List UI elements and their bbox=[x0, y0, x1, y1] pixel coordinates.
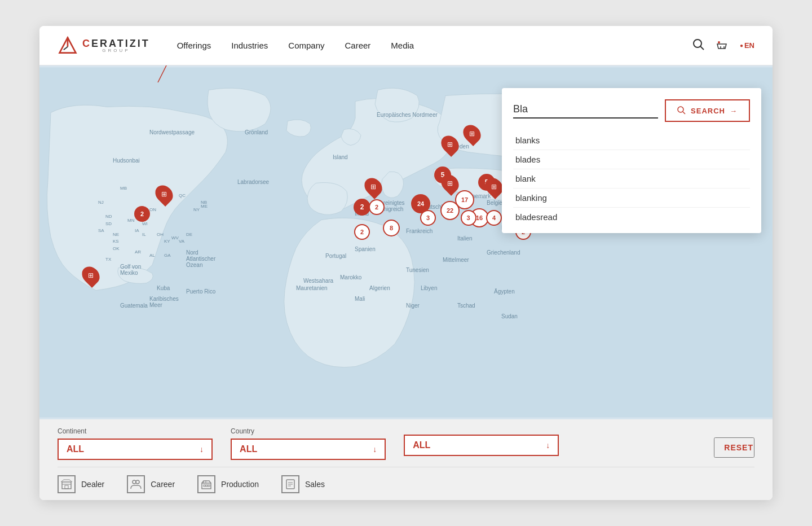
nav-company[interactable]: Company bbox=[288, 38, 324, 52]
map-area: Europäisches Nordmeer Nordwestpassage Gr… bbox=[39, 65, 773, 419]
legend-career-icon bbox=[127, 475, 145, 493]
country-label: Country bbox=[231, 427, 386, 435]
map-pin-scandinavia[interactable]: ⊞ bbox=[442, 135, 458, 154]
svg-point-5 bbox=[718, 41, 720, 43]
svg-line-2 bbox=[64, 46, 68, 49]
search-icon[interactable] bbox=[692, 38, 705, 53]
search-btn-icon bbox=[677, 106, 686, 115]
reset-button[interactable]: RESET bbox=[714, 437, 754, 458]
nav-industries[interactable]: Industries bbox=[231, 38, 268, 52]
map-pin-usa-east[interactable]: ⊞ bbox=[156, 185, 172, 204]
logo-area[interactable]: CERATIZIT GROUP bbox=[58, 36, 150, 56]
filters-row: Continent ALL ↓ Country ALL ↓ ALL bbox=[58, 419, 754, 467]
svg-rect-18 bbox=[206, 485, 208, 486]
legend-sales-label: Sales bbox=[305, 480, 325, 489]
country-arrow: ↓ bbox=[373, 445, 377, 454]
legend-dealer-icon bbox=[58, 475, 76, 493]
search-suggestions: blanks blades blank blanking bladesread bbox=[513, 131, 750, 226]
search-input[interactable] bbox=[513, 103, 658, 115]
suggestion-blanks[interactable]: blanks bbox=[513, 131, 750, 150]
search-button[interactable]: SEARCH → bbox=[665, 99, 750, 122]
country-select[interactable]: ALL ↓ bbox=[231, 439, 386, 460]
map-pin-belgium[interactable]: ⊞ bbox=[486, 177, 502, 196]
logo-icon bbox=[58, 36, 78, 56]
cluster-8[interactable]: 8 bbox=[383, 220, 400, 236]
map-pin-norway[interactable]: ⊞ bbox=[464, 124, 480, 143]
continent-arrow: ↓ bbox=[200, 445, 204, 454]
cluster-uk-2[interactable]: 2 bbox=[354, 199, 370, 216]
continent-value: ALL bbox=[67, 444, 84, 454]
svg-point-10 bbox=[678, 107, 683, 112]
map-pin-uk[interactable]: ⊞ bbox=[365, 177, 381, 196]
type-arrow: ↓ bbox=[546, 441, 550, 450]
header-actions: ● EN bbox=[692, 38, 754, 53]
page-container: CERATIZIT GROUP Offerings Industries Com… bbox=[39, 26, 773, 500]
filter-country: Country ALL ↓ bbox=[231, 427, 386, 460]
cluster-3-east[interactable]: 3 bbox=[461, 210, 476, 226]
legend-career: Career bbox=[127, 475, 175, 493]
logo-sub: GROUP bbox=[82, 49, 150, 53]
svg-line-11 bbox=[683, 112, 685, 114]
suggestion-blanking[interactable]: blanking bbox=[513, 189, 750, 208]
cluster-2-uk[interactable]: 2 bbox=[369, 199, 385, 215]
suggestion-blades[interactable]: blades bbox=[513, 150, 750, 169]
svg-point-3 bbox=[694, 40, 701, 47]
legend-sales: Sales bbox=[281, 475, 325, 493]
legend-dealer: Dealer bbox=[58, 475, 104, 493]
language-button[interactable]: ● EN bbox=[740, 41, 754, 50]
header: CERATIZIT GROUP Offerings Industries Com… bbox=[39, 26, 773, 65]
legend-row: Dealer Career bbox=[58, 467, 754, 500]
country-value: ALL bbox=[240, 444, 257, 454]
nav-media[interactable]: Media bbox=[391, 38, 414, 52]
cluster-2-usa[interactable]: 2 bbox=[134, 206, 150, 222]
cluster-22[interactable]: 22 bbox=[440, 201, 460, 220]
suggestion-blank[interactable]: blank bbox=[513, 169, 750, 189]
logo-name: CERATIZIT bbox=[82, 38, 150, 49]
cluster-4[interactable]: 4 bbox=[486, 210, 502, 226]
cluster-3-west[interactable]: 3 bbox=[420, 210, 436, 226]
continent-label: Continent bbox=[58, 427, 213, 435]
cart-button[interactable] bbox=[716, 40, 729, 52]
legend-dealer-label: Dealer bbox=[81, 480, 104, 489]
search-row: SEARCH → bbox=[513, 99, 750, 122]
legend-sales-icon bbox=[281, 475, 299, 493]
svg-point-15 bbox=[136, 480, 139, 484]
svg-rect-19 bbox=[208, 485, 210, 486]
svg-point-14 bbox=[133, 480, 136, 484]
nav-career[interactable]: Career bbox=[345, 38, 371, 52]
bottom-bar: Continent ALL ↓ Country ALL ↓ ALL bbox=[39, 419, 773, 500]
suggestion-bladesread[interactable]: bladesread bbox=[513, 208, 750, 226]
main-nav: Offerings Industries Company Career Medi… bbox=[177, 38, 692, 52]
nav-offerings[interactable]: Offerings bbox=[177, 38, 211, 52]
map-pin-central-america[interactable]: ⊞ bbox=[83, 266, 99, 285]
logo-text: CERATIZIT GROUP bbox=[82, 38, 150, 53]
legend-production-label: Production bbox=[221, 480, 259, 489]
continent-select[interactable]: ALL ↓ bbox=[58, 439, 213, 460]
type-value: ALL bbox=[413, 440, 430, 450]
svg-line-4 bbox=[700, 46, 704, 50]
legend-production-icon bbox=[197, 475, 215, 493]
search-input-wrap[interactable] bbox=[513, 103, 658, 119]
filter-type: ALL ↓ bbox=[404, 431, 559, 456]
filter-continent: Continent ALL ↓ bbox=[58, 427, 213, 460]
search-overlay: SEARCH → blanks blades blank blanking bl… bbox=[502, 88, 761, 233]
svg-rect-17 bbox=[204, 485, 205, 486]
legend-career-label: Career bbox=[151, 480, 175, 489]
cluster-2-france[interactable]: 2 bbox=[354, 224, 370, 240]
type-select[interactable]: ALL ↓ bbox=[404, 435, 559, 456]
svg-rect-13 bbox=[65, 485, 68, 489]
legend-production: Production bbox=[197, 475, 259, 493]
